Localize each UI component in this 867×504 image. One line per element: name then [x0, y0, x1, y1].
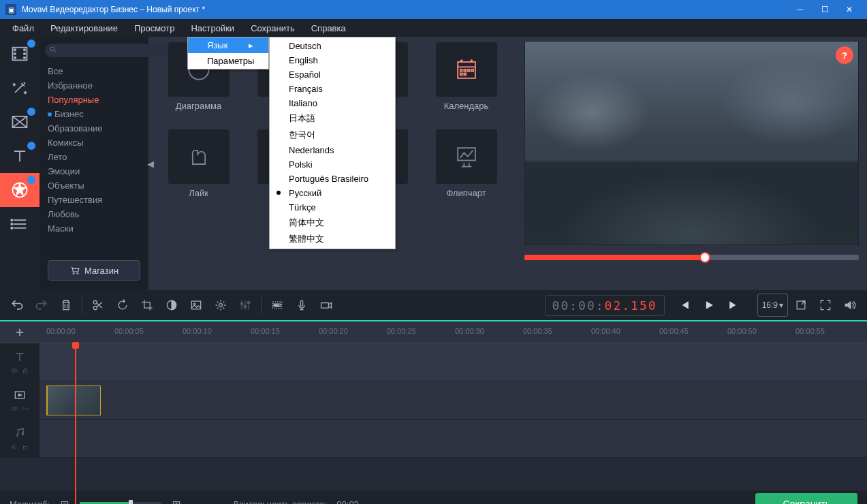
category-item[interactable]: Объекты: [40, 178, 148, 193]
language-option[interactable]: 简体中文: [270, 215, 395, 231]
add-track-button[interactable]: [0, 321, 40, 343]
tool-filters[interactable]: [0, 71, 40, 105]
menu-save[interactable]: Сохранить: [242, 20, 303, 36]
zoom-out-icon[interactable]: [59, 499, 70, 504]
menu-settings[interactable]: Настройки: [183, 20, 242, 36]
left-tool-strip: [0, 37, 40, 290]
aspect-ratio-button[interactable]: 16:9 ▾: [757, 294, 788, 317]
language-option[interactable]: Deutsch: [270, 39, 395, 53]
language-option[interactable]: Polski: [270, 157, 395, 172]
category-item[interactable]: Популярные: [40, 93, 148, 107]
eye-icon[interactable]: [10, 366, 18, 375]
settings-parameters[interactable]: Параметры: [188, 53, 268, 69]
minimize-button[interactable]: ─: [788, 0, 813, 19]
language-option[interactable]: Español: [270, 67, 395, 82]
camera-button[interactable]: [315, 294, 338, 317]
fullscreen-button[interactable]: [814, 294, 837, 317]
shop-button[interactable]: Магазин: [48, 260, 140, 281]
equalizer-button[interactable]: [234, 294, 257, 317]
undo-button[interactable]: [5, 294, 29, 317]
menu-view[interactable]: Просмотр: [126, 20, 183, 36]
menu-edit[interactable]: Редактирование: [42, 20, 126, 36]
category-item[interactable]: Избранное: [40, 78, 148, 93]
image-button[interactable]: [185, 294, 208, 317]
redo-button[interactable]: [30, 294, 53, 317]
grid-item[interactable]: Флипчарт: [424, 129, 508, 211]
category-item[interactable]: Все: [40, 64, 148, 78]
scrubber-knob[interactable]: [699, 252, 710, 263]
record-button[interactable]: REC: [266, 294, 289, 317]
language-option[interactable]: Nederlands: [270, 143, 395, 157]
tool-more[interactable]: [0, 207, 40, 241]
save-button[interactable]: Сохранить: [755, 493, 857, 504]
close-button[interactable]: ✕: [837, 0, 862, 19]
tool-stickers[interactable]: [0, 173, 40, 207]
track-head-video[interactable]: [0, 381, 40, 419]
tool-transitions[interactable]: [0, 105, 40, 139]
tool-titles[interactable]: [0, 139, 40, 173]
preview-scrubber[interactable]: [524, 255, 859, 260]
track-head-audio[interactable]: [0, 420, 40, 457]
mute-icon[interactable]: [10, 443, 18, 451]
grid-item-label: Флипчарт: [446, 188, 486, 198]
delete-button[interactable]: [54, 294, 78, 317]
play-button[interactable]: [697, 294, 721, 317]
ruler-tick: 00:00:00: [46, 327, 76, 335]
track-head-titles[interactable]: [0, 343, 40, 381]
language-option[interactable]: Italiano: [270, 96, 395, 110]
track-body[interactable]: [40, 420, 867, 457]
language-option[interactable]: English: [270, 53, 395, 67]
category-item[interactable]: Бизнес: [40, 107, 148, 121]
lock-icon[interactable]: [21, 443, 29, 451]
language-option[interactable]: 한국어: [270, 127, 395, 143]
split-button[interactable]: [86, 294, 110, 317]
rotate-button[interactable]: [111, 294, 134, 317]
chevron-down-icon: ▾: [779, 300, 783, 310]
video-clip[interactable]: [46, 385, 101, 415]
language-option[interactable]: Français: [270, 82, 395, 96]
popout-button[interactable]: [789, 294, 813, 317]
maximize-button[interactable]: ☐: [813, 0, 837, 19]
grid-item[interactable]: Календарь: [424, 42, 508, 124]
language-option[interactable]: Türkçe: [270, 200, 395, 215]
settings-language[interactable]: Язык ▸: [188, 37, 268, 53]
eye-icon[interactable]: [10, 405, 18, 413]
tool-import[interactable]: [0, 37, 40, 71]
timeline-ruler[interactable]: 00:00:0000:00:0500:00:1000:00:1500:00:20…: [40, 321, 867, 343]
menu-help[interactable]: Справка: [303, 20, 354, 36]
prev-button[interactable]: [673, 294, 696, 317]
language-option[interactable]: Português Brasileiro: [270, 172, 395, 186]
collapse-handle-icon[interactable]: ◀: [147, 159, 154, 169]
category-item[interactable]: Путешествия: [40, 193, 148, 207]
badge-dot-icon: [48, 112, 52, 116]
language-option[interactable]: 日本語: [270, 110, 395, 127]
link-icon[interactable]: [21, 405, 29, 413]
track-body[interactable]: [40, 381, 867, 419]
badge-icon: [27, 142, 35, 150]
category-item[interactable]: Комиксы: [40, 136, 148, 150]
mic-button[interactable]: [290, 294, 313, 317]
volume-button[interactable]: [838, 294, 862, 317]
zoom-in-icon[interactable]: [171, 499, 182, 504]
category-item[interactable]: Любовь: [40, 207, 148, 221]
preview-video[interactable]: [524, 41, 859, 245]
next-button[interactable]: [722, 294, 745, 317]
status-bar: Масштаб: Длительность проекта: 00:03 Сох…: [0, 490, 867, 504]
menu-file[interactable]: Файл: [4, 20, 42, 36]
category-item[interactable]: Маски: [40, 221, 148, 236]
crop-button[interactable]: [136, 294, 159, 317]
language-option[interactable]: 繁體中文: [270, 231, 395, 247]
ruler-tick: 00:00:45: [659, 327, 689, 335]
category-item[interactable]: Лето: [40, 150, 148, 164]
grid-item[interactable]: Лайк: [157, 129, 240, 211]
track-audio: [0, 420, 867, 458]
lock-icon[interactable]: [21, 366, 29, 375]
category-item[interactable]: Образование: [40, 121, 148, 136]
help-button[interactable]: ?: [836, 46, 853, 64]
clip-props-button[interactable]: [209, 294, 232, 317]
track-body[interactable]: [40, 343, 867, 381]
language-option[interactable]: Русский: [270, 186, 395, 200]
color-button[interactable]: [160, 294, 183, 317]
category-item[interactable]: Эмоции: [40, 164, 148, 178]
playhead[interactable]: [75, 343, 76, 504]
